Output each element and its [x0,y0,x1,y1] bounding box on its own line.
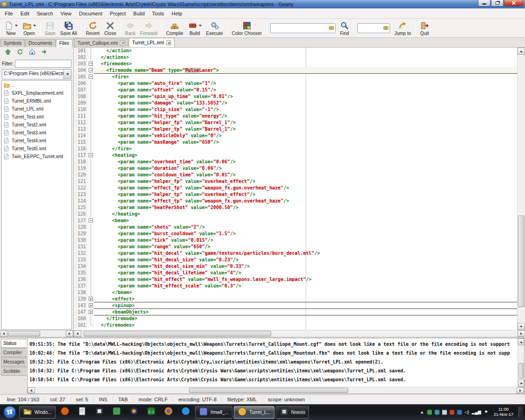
code-line[interactable]: 118 <param name="overheat_time" value="0… [74,159,517,165]
taskbar-icon-model-viewer[interactable] [91,406,107,419]
scroll-up-arrow[interactable] [518,338,524,345]
save-button[interactable]: Save [42,21,58,36]
code-line[interactable]: 127 <beam> [74,217,517,224]
editor-horizontal-scrollbar[interactable] [74,330,525,337]
taskbar-icon-blue-app[interactable] [178,406,194,419]
taskbar-icon-cube-app[interactable] [109,406,125,419]
code-line[interactable]: 161 </firemodes> [74,322,517,329]
tray-hidden-icons-chevron[interactable]: ▲ [420,409,425,415]
scroll-right-arrow[interactable] [517,387,524,393]
scroll-thumb[interactable] [84,331,271,336]
file-item[interactable]: Turret_ERMBL.xml [2,97,71,105]
dropdown-arrow-icon[interactable] [15,25,18,27]
file-item[interactable]: Turret_Test.xml [2,113,71,121]
find-button[interactable]: Find [337,21,351,36]
up-button[interactable] [4,49,12,57]
tray-red-app[interactable] [449,410,455,415]
panel-tab-compiler[interactable]: Compiler [1,348,27,357]
code-line[interactable]: 126 </heating> [74,211,517,217]
sidebar-tab-files[interactable]: Files [56,39,72,47]
code-line[interactable]: 160 </firemode> [74,315,517,322]
tab-turret-lpl-xml[interactable]: Turret_LPL.xml [129,38,175,47]
tab-close-icon[interactable] [166,40,171,45]
code-line[interactable]: 123 <param name="helper_tp" value="overh… [74,191,517,198]
close-button[interactable] [504,0,523,7]
scroll-left-arrow[interactable] [28,387,35,393]
revert-button[interactable]: Revert [84,21,102,36]
file-item[interactable]: Turret_LPL.xml [2,105,71,113]
code-line[interactable]: 109 <param name="damage" value="133.5852… [74,100,517,106]
path-combo-input[interactable]: C:\Program Files (x86)\Electr [2,69,64,79]
taskbar-icon-media-player[interactable] [57,406,73,419]
code-line[interactable]: 122 <param name="effect_fp" value="weapo… [74,185,517,191]
code-line[interactable]: 104 <firemode name="Beam" type="PulseLas… [74,67,517,74]
parent-dir-item[interactable]: .. [2,81,71,89]
fold-marker[interactable] [88,61,94,67]
tray-blue-app[interactable] [457,410,462,415]
code-line[interactable]: 135 <param name="hit_decal_lifetime" val… [74,270,517,276]
code-line[interactable]: 112 <param name="helper_fp" value="Barre… [74,119,517,126]
execute-button[interactable]: Execute [204,21,225,36]
new-button[interactable]: New [2,21,20,36]
panel-tab-status[interactable]: Status [1,339,27,348]
entry-clear-icon[interactable] [65,61,70,66]
fold-marker[interactable] [88,152,94,159]
panel-vertical-scrollbar[interactable] [518,338,524,387]
code-line[interactable]: 124 <param name="effect_tp" value="weapo… [74,198,517,204]
close-button[interactable]: Close [102,21,119,36]
code-line[interactable]: 102 </actions> [74,54,517,61]
fold-marker[interactable] [88,296,94,302]
code-line[interactable]: 133 <param name="hit_decal_size" value="… [74,257,517,263]
filter-input[interactable] [15,60,71,68]
code-line[interactable]: 116 </fire> [74,146,517,152]
toolbar-goto-entry[interactable] [357,23,390,33]
code-line[interactable]: 105 <fire> [74,74,517,80]
code-line[interactable]: 129 <param name="burst_cooldown" value="… [74,231,517,237]
sidebar-tab-symbols[interactable]: Symbols [0,39,25,47]
toolbar-search-entry[interactable] [270,23,336,33]
taskbar-button-geany[interactable]: Turret_L... [234,406,274,419]
code-line[interactable]: 136 <param name="hit_effect" value="mwll… [74,276,517,283]
titlebar[interactable]: Turret_LPL.xml - C:\Program Files (x86)\… [0,0,525,8]
taskbar-button-noesis[interactable]: Noesis [276,406,309,419]
tab-close-icon[interactable] [120,41,125,46]
scroll-track[interactable] [518,345,524,380]
editor-vertical-scrollbar[interactable] [517,48,525,330]
file-item[interactable]: Turret_Test4.xml [2,137,71,145]
compile-button[interactable]: Compile [164,21,186,36]
home-button[interactable] [28,49,36,57]
scroll-left-arrow[interactable] [0,330,7,337]
menu-build[interactable]: Build [130,9,148,18]
color-chooser-button[interactable]: Color Chooser [230,21,264,36]
code-line[interactable]: 143 <spinup> [74,302,517,309]
show-desktop-button[interactable] [518,407,523,417]
code-line[interactable]: 101 </action> [74,48,517,54]
menu-view[interactable]: View [57,9,76,18]
code-line[interactable]: 139 <effect> [74,296,517,302]
file-item[interactable]: Turret_Test5.xml [2,145,71,153]
panel-tab-messages[interactable]: Messages [1,357,27,366]
code-line[interactable]: 121 <param name="helper_fp" value="overh… [74,178,517,185]
jump-to-button[interactable]: Jump to [392,21,413,36]
menu-edit[interactable]: Edit [17,9,33,18]
fold-marker[interactable] [88,67,94,74]
code-line[interactable]: 107 <param name="offset" value="0.15"/> [74,87,517,93]
code-line[interactable]: 119 <param name="duration" value="0.06"/… [74,165,517,172]
menu-tools[interactable]: Tools [148,9,168,18]
sidebar-tab-documents[interactable]: Documents [25,39,56,47]
scroll-thumb[interactable] [8,331,40,336]
entry-clear-icon[interactable] [329,25,334,31]
code-line[interactable]: 131 <param name="range" value="650"/> [74,244,517,250]
tray-silver-app[interactable] [442,410,447,415]
back-button[interactable]: Back [123,21,138,36]
menu-document[interactable]: Document [75,9,106,18]
code-line[interactable]: 113 <param name="helper_tp" value="Barre… [74,126,517,133]
panel-tab-scribble[interactable]: Scribble [1,367,27,376]
tray-action-center-flag[interactable]: ⚑ [483,409,489,415]
code-line[interactable]: 108 <param name="spin_up_time" value="0.… [74,93,517,100]
fold-marker[interactable] [88,74,94,80]
forward-button[interactable]: Forward [138,21,160,36]
menu-search[interactable]: Search [33,9,57,18]
code-line[interactable]: 125 <param name="heatPerShot" value="200… [74,204,517,211]
scroll-right-arrow[interactable] [66,330,73,337]
